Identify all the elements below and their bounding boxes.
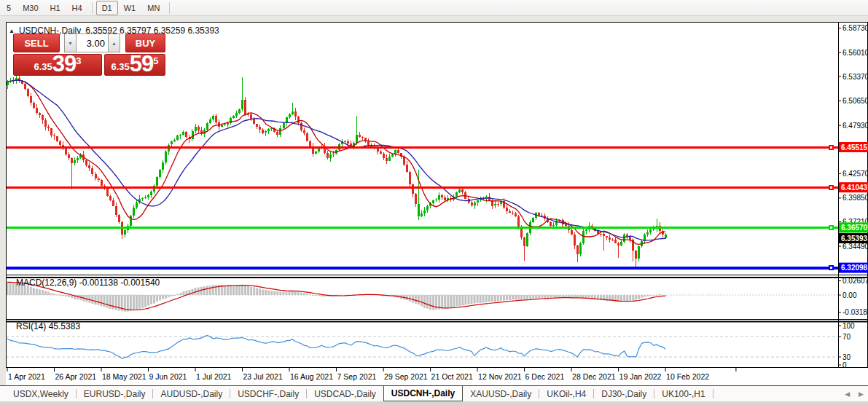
candle-body xyxy=(39,113,41,115)
volume-increase-button[interactable]: ▲ xyxy=(108,34,120,52)
macd-histogram-bar xyxy=(53,294,55,295)
macd-histogram-bar xyxy=(315,295,317,296)
macd-histogram-bar xyxy=(477,295,479,303)
macd-histogram-bar xyxy=(176,294,179,295)
timeframe-button-h1[interactable]: H1 xyxy=(44,1,66,15)
tab-scroll-left-icon[interactable]: ◀ xyxy=(845,390,850,398)
candle-body xyxy=(289,114,291,118)
candle-body xyxy=(423,211,426,213)
macd-histogram-bar xyxy=(482,295,485,303)
macd-histogram-bar xyxy=(292,291,294,295)
candle-body xyxy=(606,236,608,237)
level-price-badge: 6.45515 xyxy=(839,142,868,152)
macd-histogram-bar xyxy=(168,295,170,297)
candle-body xyxy=(267,129,270,132)
chart-tab-dj30-daily[interactable]: DJ30-,Daily xyxy=(594,386,654,401)
candle-body xyxy=(256,124,258,127)
chart-tab-ukoil-h4[interactable]: UKOil-,H4 xyxy=(539,386,593,401)
timeframe-button-d1[interactable]: D1 xyxy=(96,1,118,15)
rsi-tick-label: 0 xyxy=(842,361,847,369)
candle-body xyxy=(494,204,496,206)
chart-tab-xauusd-daily[interactable]: XAUUSD-,Daily xyxy=(463,386,539,401)
macd-histogram-bar xyxy=(653,295,655,296)
candle-body xyxy=(77,158,79,160)
macd-histogram-bar xyxy=(455,295,458,306)
chart-tab-usdcad-daily[interactable]: USDCAD-,Daily xyxy=(307,386,383,401)
current-price-badge-text: 6.35393 xyxy=(841,235,868,243)
hline-handle-center xyxy=(830,227,832,229)
tab-separator xyxy=(713,389,713,398)
macd-histogram-bar xyxy=(200,287,203,295)
price-tick-label: 6.39850 xyxy=(842,194,868,202)
volume-decrease-button[interactable]: ▼ xyxy=(64,34,77,52)
timeframe-button-w1[interactable]: W1 xyxy=(118,1,142,15)
current-price-badge: 6.35393 xyxy=(839,233,868,243)
date-label: 16 Aug 2021 xyxy=(290,372,333,381)
candle-body xyxy=(218,122,220,127)
candle-body xyxy=(68,154,70,158)
chart-tab-usdx-weekly[interactable]: USDX,Weekly xyxy=(6,386,76,401)
candle-body xyxy=(71,158,73,164)
macd-histogram-bar xyxy=(494,295,496,302)
macd-histogram-bar xyxy=(297,292,300,296)
macd-histogram-bar xyxy=(47,291,50,295)
macd-histogram-bar xyxy=(318,295,320,296)
sell-price-panel[interactable]: 6.35393 xyxy=(13,54,102,76)
buy-price-panel[interactable]: 6.35595 xyxy=(104,54,165,76)
sell-price-main: 39 xyxy=(52,54,76,74)
candle-body xyxy=(133,208,135,216)
macd-histogram-bar xyxy=(444,295,446,309)
macd-histogram-bar xyxy=(109,295,112,309)
candle-body xyxy=(265,131,267,133)
macd-histogram-bar xyxy=(309,294,311,295)
buy-price-pip: 5 xyxy=(153,55,158,66)
macd-histogram-bar xyxy=(156,295,158,302)
timeframe-button-5[interactable]: 5 xyxy=(1,1,17,15)
candle-body xyxy=(209,119,211,123)
candle-body xyxy=(144,197,146,198)
candle-body xyxy=(91,168,93,174)
macd-histogram-bar xyxy=(485,295,488,302)
chart-tab-usdcnh-daily[interactable]: USDCNH-,Daily xyxy=(383,386,463,401)
candle-body xyxy=(297,117,300,123)
candle-body xyxy=(356,135,358,143)
rsi-tick-label: 100 xyxy=(842,322,855,330)
timeframe-button-h4[interactable]: H4 xyxy=(66,1,88,15)
timeframe-button-mn[interactable]: MN xyxy=(141,1,165,15)
candle-body xyxy=(212,116,214,119)
candle-body xyxy=(156,177,158,186)
chart-tab-usdchf-daily[interactable]: USDCHF-,Daily xyxy=(230,386,306,401)
macd-histogram-bar xyxy=(33,288,35,295)
candle-body xyxy=(244,100,246,114)
macd-histogram-bar xyxy=(520,295,523,299)
macd-histogram-bar xyxy=(270,291,273,295)
sell-button[interactable]: SELL xyxy=(13,34,60,52)
macd-histogram-bar xyxy=(256,288,258,296)
tab-scroll-right-icon[interactable]: ▶ xyxy=(859,390,864,398)
macd-histogram-bar xyxy=(289,291,291,295)
candle-body xyxy=(124,230,126,235)
macd-histogram-bar xyxy=(42,290,44,295)
candle-body xyxy=(171,141,173,144)
candle-body xyxy=(455,192,458,197)
date-label: 21 Oct 2021 xyxy=(431,372,473,381)
macd-histogram-bar xyxy=(283,291,285,295)
candle-body xyxy=(579,243,582,254)
macd-histogram-bar xyxy=(458,295,461,306)
price-tick-label: 6.58730 xyxy=(842,24,868,32)
macd-histogram-bar xyxy=(12,283,15,295)
chart-tab-eurusd-daily[interactable]: EURUSD-,Daily xyxy=(77,386,153,401)
buy-button[interactable]: BUY xyxy=(125,34,165,52)
macd-histogram-bar xyxy=(641,295,643,298)
macd-histogram-bar xyxy=(44,291,47,295)
timeframe-button-m30[interactable]: M30 xyxy=(17,1,44,15)
candle-body xyxy=(303,130,305,134)
chart-tab-audusd-daily[interactable]: AUDUSD-,Daily xyxy=(153,386,230,401)
volume-input[interactable]: 3.00 xyxy=(77,34,108,52)
macd-histogram-bar xyxy=(173,295,176,296)
chart-tab-uk100-h1[interactable]: UK100-,H1 xyxy=(654,386,712,401)
macd-histogram-bar xyxy=(509,295,511,300)
candle-body xyxy=(603,234,605,237)
candle-body xyxy=(512,213,514,213)
candle-body xyxy=(47,127,50,129)
